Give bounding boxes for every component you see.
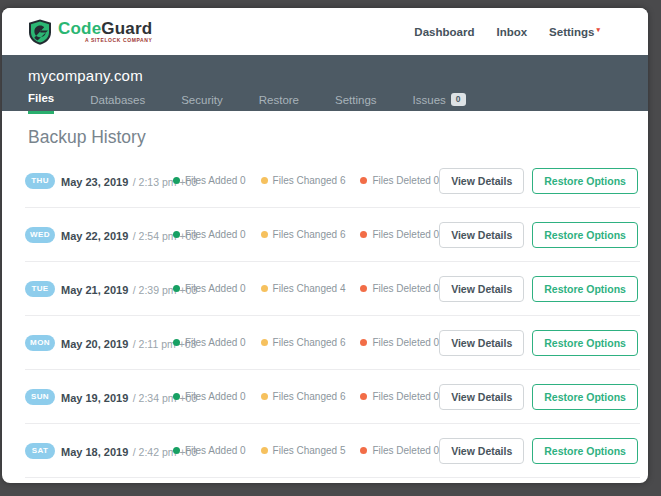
issues-count-badge: 0 [451, 93, 466, 105]
stat-files-added: Files Added 0 [173, 229, 246, 240]
nav-dashboard[interactable]: Dashboard [414, 26, 474, 38]
view-details-button[interactable]: View Details [439, 438, 524, 464]
page-title: Backup History [28, 127, 648, 148]
files-added-dot-icon [173, 393, 180, 400]
restore-options-button[interactable]: Restore Options [532, 168, 638, 194]
backup-stats: Files Added 0 Files Changed 6 Files Dele… [173, 229, 439, 240]
day-badge: MON [25, 335, 55, 351]
backup-list: THU May 23, 2019 / 2:13 pm +03 Files Add… [25, 154, 640, 478]
files-deleted-dot-icon [360, 393, 367, 400]
files-deleted-dot-icon [360, 177, 367, 184]
files-changed-dot-icon [261, 393, 268, 400]
backup-stats: Files Added 0 Files Changed 6 Files Dele… [173, 391, 439, 402]
stat-files-changed: Files Changed 6 [261, 337, 346, 348]
backup-row: SUN May 19, 2019 / 2:34 pm +03 Files Add… [25, 370, 640, 424]
backup-date: May 23, 2019 / 2:13 pm +03 [61, 172, 173, 190]
backup-stats: Files Added 0 Files Changed 6 Files Dele… [173, 337, 439, 348]
site-bar: mycompany.com Files Databases Security R… [2, 55, 648, 111]
main-content: Backup History THU May 23, 2019 / 2:13 p… [2, 111, 648, 478]
stat-files-changed: Files Changed 4 [261, 283, 346, 294]
view-details-button[interactable]: View Details [439, 330, 524, 356]
restore-options-button[interactable]: Restore Options [532, 384, 638, 410]
backup-row: WED May 22, 2019 / 2:54 pm +03 Files Add… [25, 208, 640, 262]
logo-guard-word: Guard [101, 19, 152, 38]
top-header: CodeGuard A SITELOCK COMPANY Dashboard I… [2, 8, 648, 55]
logo-code-word: Code [58, 19, 101, 38]
files-changed-dot-icon [261, 285, 268, 292]
day-badge: SAT [25, 443, 55, 459]
row-actions: View Details Restore Options [439, 384, 638, 410]
backup-row: TUE May 21, 2019 / 2:39 pm +03 Files Add… [25, 262, 640, 316]
app-window: CodeGuard A SITELOCK COMPANY Dashboard I… [2, 8, 648, 483]
nav-settings[interactable]: Settings▾ [549, 26, 600, 38]
shield-logo-icon [28, 19, 52, 45]
files-added-dot-icon [173, 447, 180, 454]
view-details-button[interactable]: View Details [439, 222, 524, 248]
files-changed-dot-icon [261, 447, 268, 454]
backup-date: May 22, 2019 / 2:54 pm +03 [61, 226, 173, 244]
row-actions: View Details Restore Options [439, 438, 638, 464]
top-nav: Dashboard Inbox Settings▾ [414, 26, 600, 38]
logo-text: CodeGuard A SITELOCK COMPANY [58, 20, 152, 43]
stat-files-added: Files Added 0 [173, 391, 246, 402]
files-deleted-dot-icon [360, 447, 367, 454]
row-actions: View Details Restore Options [439, 330, 638, 356]
backup-row: SAT May 18, 2019 / 2:42 pm +03 Files Add… [25, 424, 640, 478]
files-deleted-dot-icon [360, 231, 367, 238]
backup-row: THU May 23, 2019 / 2:13 pm +03 Files Add… [25, 154, 640, 208]
backup-date: May 18, 2019 / 2:42 pm +03 [61, 442, 173, 460]
logo-tagline: A SITELOCK COMPANY [58, 38, 152, 43]
backup-stats: Files Added 0 Files Changed 6 Files Dele… [173, 175, 439, 186]
tab-restore[interactable]: Restore [259, 92, 299, 114]
tab-settings[interactable]: Settings [335, 92, 377, 114]
files-added-dot-icon [173, 339, 180, 346]
day-badge: SUN [25, 389, 55, 405]
files-changed-dot-icon [261, 231, 268, 238]
files-changed-dot-icon [261, 339, 268, 346]
view-details-button[interactable]: View Details [439, 168, 524, 194]
row-actions: View Details Restore Options [439, 276, 638, 302]
nav-inbox[interactable]: Inbox [496, 26, 527, 38]
row-actions: View Details Restore Options [439, 168, 638, 194]
stat-files-added: Files Added 0 [173, 283, 246, 294]
domain-title: mycompany.com [28, 67, 622, 84]
stat-files-changed: Files Changed 6 [261, 229, 346, 240]
files-deleted-dot-icon [360, 285, 367, 292]
files-added-dot-icon [173, 231, 180, 238]
stat-files-changed: Files Changed 6 [261, 175, 346, 186]
files-changed-dot-icon [261, 177, 268, 184]
stat-files-deleted: Files Deleted 0 [360, 337, 439, 348]
view-details-button[interactable]: View Details [439, 384, 524, 410]
stat-files-deleted: Files Deleted 0 [360, 175, 439, 186]
stat-files-deleted: Files Deleted 0 [360, 229, 439, 240]
restore-options-button[interactable]: Restore Options [532, 276, 638, 302]
restore-options-button[interactable]: Restore Options [532, 222, 638, 248]
day-badge: WED [25, 227, 55, 243]
backup-stats: Files Added 0 Files Changed 5 Files Dele… [173, 445, 439, 456]
backup-date: May 20, 2019 / 2:11 pm +03 [61, 334, 173, 352]
stat-files-added: Files Added 0 [173, 337, 246, 348]
stat-files-added: Files Added 0 [173, 445, 246, 456]
stat-files-deleted: Files Deleted 0 [360, 391, 439, 402]
stat-files-changed: Files Changed 5 [261, 445, 346, 456]
tab-issues[interactable]: Issues 0 [413, 92, 466, 114]
day-badge: THU [25, 173, 55, 189]
view-details-button[interactable]: View Details [439, 276, 524, 302]
backup-date: May 19, 2019 / 2:34 pm +03 [61, 388, 173, 406]
stat-files-changed: Files Changed 6 [261, 391, 346, 402]
files-added-dot-icon [173, 177, 180, 184]
backup-date: May 21, 2019 / 2:39 pm +03 [61, 280, 173, 298]
tab-files[interactable]: Files [28, 92, 54, 114]
backup-stats: Files Added 0 Files Changed 4 Files Dele… [173, 283, 439, 294]
stat-files-deleted: Files Deleted 0 [360, 445, 439, 456]
restore-options-button[interactable]: Restore Options [532, 438, 638, 464]
tab-databases[interactable]: Databases [90, 92, 145, 114]
stat-files-deleted: Files Deleted 0 [360, 283, 439, 294]
day-badge: TUE [25, 281, 55, 297]
tab-security[interactable]: Security [181, 92, 223, 114]
codeguard-logo[interactable]: CodeGuard A SITELOCK COMPANY [28, 19, 152, 45]
backup-row: MON May 20, 2019 / 2:11 pm +03 Files Add… [25, 316, 640, 370]
stat-files-added: Files Added 0 [173, 175, 246, 186]
row-actions: View Details Restore Options [439, 222, 638, 248]
restore-options-button[interactable]: Restore Options [532, 330, 638, 356]
